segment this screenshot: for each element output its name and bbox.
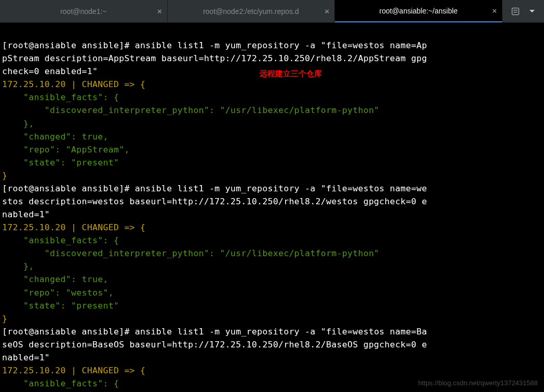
chevron-down-icon[interactable] [529, 10, 535, 12]
output-line: 172.25.10.20 | CHANGED => { [2, 222, 145, 232]
menu-area [502, 0, 544, 22]
output-line: "ansible_facts": { [2, 92, 119, 102]
output-line: "repo": "AppStream", [2, 145, 130, 155]
output-line: "discovered_interpreter_python": "/usr/l… [2, 248, 379, 258]
output-line: "repo": "westos", [2, 288, 114, 298]
command-text: pStream description=AppStream baseurl=ht… [2, 53, 427, 63]
tab-bar: root@node1:~ × root@node2:/etc/yum.repos… [0, 0, 544, 23]
command-text: ansible list1 -m yum_repository -a "file… [135, 327, 427, 337]
tab-label: root@node2:/etc/yum.repos.d [203, 7, 299, 16]
command-text: nabled=1" [2, 353, 50, 362]
command-text: check=0 enabled=1" [2, 66, 98, 76]
watermark-text: https://blog.csdn.net/qwerty1372431588 [418, 379, 538, 387]
output-line: "changed": true, [2, 132, 108, 142]
output-line: 172.25.10.20 | CHANGED => { [2, 366, 145, 375]
shell-prompt: [root@ansiable ansible]# [2, 327, 135, 337]
command-text: stos description=westos baseurl=http://1… [2, 197, 427, 206]
output-line: "discovered_interpreter_python": "/usr/l… [2, 105, 379, 115]
close-icon[interactable]: × [492, 6, 497, 15]
tab-node2[interactable]: root@node2:/etc/yum.repos.d × [168, 0, 335, 22]
output-line: }, [2, 119, 34, 129]
shell-prompt: [root@ansiable ansible]# [2, 184, 135, 193]
output-line: "ansible_facts": { [2, 379, 119, 388]
command-text: seOS description=BaseOS baseurl=http://1… [2, 340, 427, 349]
annotation-text: 远程建立三个仓库 [260, 69, 322, 79]
output-line: } [2, 171, 7, 180]
output-line: "state": "present" [2, 301, 119, 311]
command-text: nabled=1" [2, 209, 50, 219]
tab-label: root@ansiable:~/ansible [379, 7, 458, 15]
tab-ansiable[interactable]: root@ansiable:~/ansible × [335, 0, 502, 22]
command-text: ansible list1 -m yum_repository -a "file… [135, 40, 427, 50]
output-line: "state": "present" [2, 158, 119, 167]
close-icon[interactable]: × [157, 7, 162, 16]
output-line: }, [2, 261, 34, 271]
output-line: } [2, 314, 7, 324]
command-text: ansible list1 -m yum_repository -a "file… [135, 184, 427, 193]
output-line: "ansible_facts": { [2, 235, 119, 245]
output-line: "changed": true, [2, 274, 108, 284]
close-icon[interactable]: × [325, 7, 330, 16]
tab-node1[interactable]: root@node1:~ × [0, 0, 168, 22]
output-line: 172.25.10.20 | CHANGED => { [2, 79, 145, 89]
reader-icon[interactable] [512, 8, 519, 15]
tab-label: root@node1:~ [60, 7, 106, 16]
shell-prompt: [root@ansiable ansible]# [2, 40, 135, 50]
